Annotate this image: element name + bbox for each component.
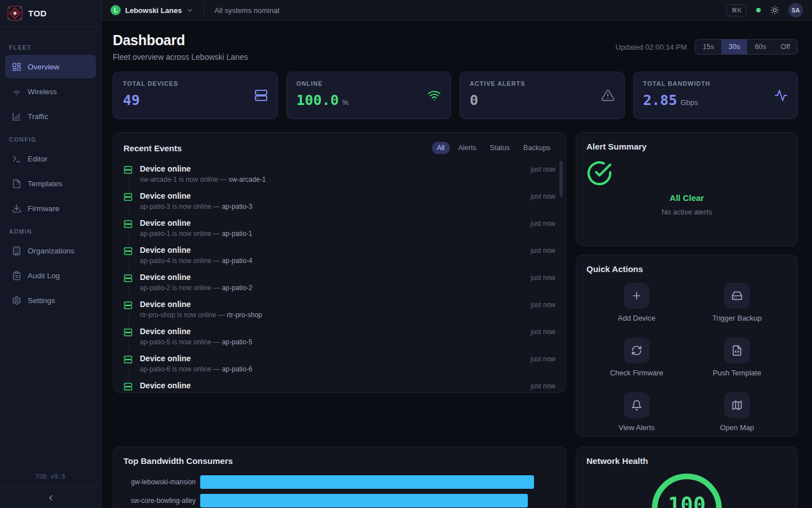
command-palette-shortcut[interactable]: ⌘K bbox=[726, 5, 747, 16]
quick-actions-title: Quick Actions bbox=[586, 264, 787, 274]
activity-icon bbox=[774, 89, 788, 102]
theme-toggle-button[interactable] bbox=[770, 6, 779, 15]
event-row[interactable]: Device online ap-patio-3 is now online —… bbox=[123, 188, 555, 215]
event-row[interactable]: Device online ap-patio-6 is now online —… bbox=[123, 351, 555, 378]
refresh-30s-button[interactable]: 30s bbox=[721, 40, 747, 54]
event-subtitle: ap-patio-5 is now online — ap-patio-5 bbox=[140, 338, 523, 346]
sidebar-item-organizations[interactable]: Organizations bbox=[5, 239, 96, 262]
event-timestamp: just now bbox=[531, 381, 555, 393]
sidebar-item-templates[interactable]: Templates bbox=[5, 172, 96, 195]
stat-card-online: ONLINE 100.0 % bbox=[286, 72, 452, 119]
sidebar-item-overview[interactable]: Overview bbox=[5, 55, 96, 78]
quick-action-check-firmware[interactable]: Check Firmware bbox=[586, 338, 687, 377]
event-subtitle: ap-patio-4 is now online — ap-patio-4 bbox=[140, 257, 523, 265]
sidebar-item-audit-log[interactable]: Audit Log bbox=[5, 264, 96, 287]
bandwidth-bar bbox=[200, 494, 528, 507]
event-row[interactable]: Device online ap-patio-5 is now online —… bbox=[123, 323, 555, 351]
event-row[interactable]: Device online ap-patio-2 is now online —… bbox=[123, 269, 555, 296]
stat-card-total-bandwidth: TOTAL BANDWIDTH 2.85 Gbps bbox=[633, 72, 798, 119]
network-health-panel: Network Health 100 bbox=[576, 446, 798, 508]
event-title: Device online bbox=[140, 218, 523, 227]
refresh-60s-button[interactable]: 60s bbox=[747, 40, 773, 54]
stat-label: TOTAL BANDWIDTH bbox=[643, 80, 788, 87]
event-device-name: ap-patio-3 bbox=[222, 203, 252, 211]
refresh-15s-button[interactable]: 15s bbox=[695, 40, 721, 54]
chevron-down-icon bbox=[186, 7, 193, 14]
dashboard-icon bbox=[12, 62, 21, 72]
quick-action-label: Check Firmware bbox=[586, 369, 687, 377]
quick-action-view-alerts[interactable]: View Alerts bbox=[586, 392, 687, 432]
stat-label: TOTAL DEVICES bbox=[123, 80, 268, 87]
building-icon bbox=[12, 246, 21, 256]
event-timestamp: just now bbox=[531, 327, 555, 351]
event-timestamp: just now bbox=[531, 300, 555, 323]
tab-status[interactable]: Status bbox=[485, 142, 515, 154]
stat-value: 2.85 bbox=[643, 92, 677, 108]
event-device-name: ap-patio-1 bbox=[222, 230, 252, 238]
plus-icon bbox=[624, 283, 650, 309]
user-avatar[interactable]: SA bbox=[788, 3, 803, 17]
terminal-icon bbox=[12, 154, 21, 164]
event-title: Device online bbox=[140, 381, 523, 390]
bandwidth-bar-label: gw-lebowski-mansion bbox=[123, 478, 196, 486]
alert-summary-title: Alert Summary bbox=[586, 142, 787, 151]
quick-action-push-template[interactable]: Push Template bbox=[687, 338, 787, 377]
page-subtitle: Fleet overview across Lebowski Lanes bbox=[113, 52, 248, 62]
event-row[interactable]: Device online sw-arcade-1 is now online … bbox=[123, 161, 555, 188]
bandwidth-bar-row: gw-lebowski-mansion bbox=[123, 475, 555, 489]
sidebar-item-editor[interactable]: Editor bbox=[5, 147, 96, 170]
event-timestamp: just now bbox=[531, 354, 555, 378]
map-icon bbox=[724, 392, 750, 418]
event-row[interactable]: Device online ap-patio-1 is now online —… bbox=[123, 215, 555, 242]
event-subtitle: ap-patio-1 is now online — ap-patio-1 bbox=[140, 230, 523, 238]
gear-icon bbox=[12, 296, 21, 305]
org-avatar: L bbox=[111, 5, 121, 15]
bandwidth-bar bbox=[200, 475, 534, 489]
tab-backups[interactable]: Backups bbox=[518, 142, 555, 154]
sidebar-collapse-button[interactable] bbox=[0, 487, 101, 508]
sidebar-item-label: Editor bbox=[28, 155, 47, 163]
refresh-off-button[interactable]: Off bbox=[774, 40, 797, 54]
event-subtitle: ap-patio-2 is now online — ap-patio-2 bbox=[140, 284, 523, 292]
app-logo-icon bbox=[7, 6, 23, 21]
tab-alerts[interactable]: Alerts bbox=[453, 142, 482, 154]
stat-value: 0 bbox=[470, 92, 478, 108]
stat-label: ACTIVE ALERTS bbox=[470, 80, 615, 87]
server-icon bbox=[123, 273, 133, 296]
quick-action-trigger-backup[interactable]: Trigger Backup bbox=[687, 283, 787, 322]
sidebar-item-wireless[interactable]: Wireless bbox=[5, 80, 96, 103]
event-subtitle: ap-patio-3 is now online — ap-patio-3 bbox=[140, 203, 523, 211]
server-icon bbox=[123, 191, 133, 215]
event-row[interactable]: Device online rtr-pro-shop is now online… bbox=[123, 296, 555, 323]
sidebar-item-settings[interactable]: Settings bbox=[5, 288, 96, 312]
event-row[interactable]: Device online ap-patio-4 is now online —… bbox=[123, 242, 555, 269]
clipboard-icon bbox=[12, 271, 21, 281]
sidebar-item-label: Organizations bbox=[28, 247, 74, 255]
event-row[interactable]: Device online just now bbox=[123, 378, 555, 393]
event-device-name: ap-patio-6 bbox=[222, 365, 252, 373]
hard-drive-icon bbox=[724, 283, 750, 309]
wifi-icon bbox=[427, 89, 441, 102]
alert-triangle-icon bbox=[601, 89, 615, 102]
stat-card-total-devices: TOTAL DEVICES 49 bbox=[113, 72, 278, 119]
event-subtitle: rtr-pro-shop is now online — rtr-pro-sho… bbox=[140, 311, 523, 319]
check-circle-icon bbox=[586, 160, 787, 186]
quick-actions-panel: Quick Actions Add Device Trigger Backup … bbox=[576, 255, 798, 437]
events-scrollbar-thumb[interactable] bbox=[559, 161, 563, 197]
sidebar-item-traffic[interactable]: Traffic bbox=[5, 104, 96, 128]
main-content: Dashboard Fleet overview across Lebowski… bbox=[102, 21, 812, 508]
tab-all[interactable]: All bbox=[432, 142, 450, 154]
org-switcher[interactable]: L Lebowski Lanes bbox=[111, 5, 193, 15]
quick-action-open-map[interactable]: Open Map bbox=[687, 392, 787, 432]
nav-section-config: CONFIG bbox=[9, 136, 92, 143]
sidebar-item-label: Traffic bbox=[28, 112, 48, 121]
sidebar-item-label: Wireless bbox=[28, 87, 57, 96]
server-icon bbox=[123, 354, 133, 378]
event-timestamp: just now bbox=[531, 191, 555, 215]
quick-action-add-device[interactable]: Add Device bbox=[586, 283, 687, 322]
refresh-interval-group: 15s 30s 60s Off bbox=[695, 39, 798, 55]
sidebar-item-firmware[interactable]: Firmware bbox=[5, 196, 96, 220]
event-title: Device online bbox=[140, 300, 523, 309]
event-title: Device online bbox=[140, 354, 523, 363]
download-icon bbox=[12, 204, 21, 213]
